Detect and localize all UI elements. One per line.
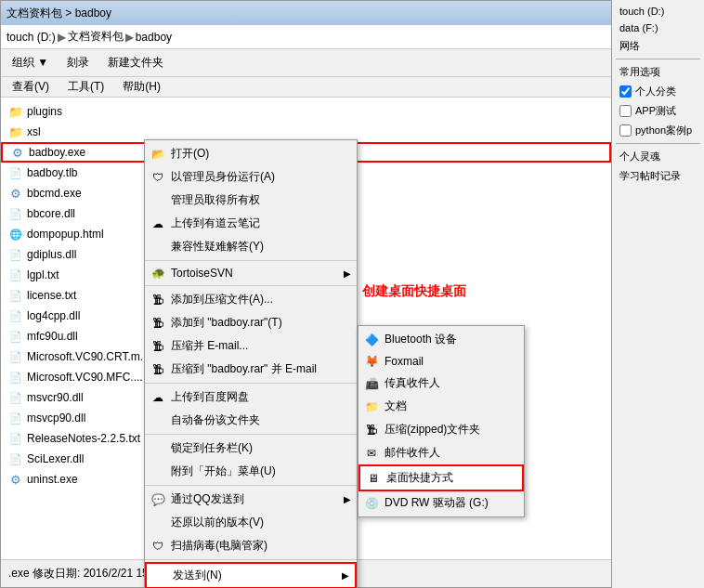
sub-label: 压缩(zipped)文件夹	[385, 422, 480, 438]
admin-icon: 🛡	[150, 170, 165, 185]
ctx-item-2[interactable]: 管理员取得所有权	[145, 189, 357, 212]
ctx-separator	[145, 260, 357, 261]
file-name: badboy.tlb	[27, 166, 78, 179]
file-info: .exe 修改日期: 2016/2/21 15:42	[8, 566, 163, 581]
exe-icon	[10, 145, 25, 160]
cb-personal[interactable]	[619, 85, 632, 98]
personal-soul[interactable]: 个人灵魂	[616, 148, 700, 165]
checkbox-personal[interactable]: 个人分类	[616, 83, 700, 100]
ctx-item-10[interactable]: 🗜压缩并 E-mail...	[145, 334, 357, 358]
open-icon: 📂	[150, 147, 165, 162]
ctx-label: 锁定到任务栏(K)	[171, 440, 253, 456]
ctx-item-1[interactable]: 🛡以管理员身份运行(A)	[145, 165, 357, 189]
ctx-item-21[interactable]: 🛡扫描病毒(电脑管家)	[145, 534, 357, 557]
ctx-item-11[interactable]: 🗜压缩到 "badboy.rar" 并 E-mail	[145, 358, 357, 381]
checkbox-app[interactable]: APP测试	[616, 102, 700, 120]
context-menu: 📂打开(O)🛡以管理员身份运行(A)管理员取得所有权☁上传到有道云笔记兼容性疑难…	[144, 139, 358, 588]
ctx-label: 兼容性疑难解答(Y)	[171, 239, 264, 255]
sub-item-4[interactable]: 🗜压缩(zipped)文件夹	[359, 418, 524, 441]
tools-menu[interactable]: 工具(T)	[62, 77, 110, 97]
file-icon	[8, 370, 23, 385]
sub-item-0[interactable]: 🔷Bluetooth 设备	[359, 328, 524, 351]
ctx-separator	[145, 383, 357, 384]
drive-touch[interactable]: touch (D:)	[616, 4, 700, 19]
ctx-label: 打开(O)	[171, 146, 209, 162]
ctx-label: 以管理员身份运行(A)	[171, 169, 275, 185]
breadcrumb: touch (D:) ▶ 文档资料包 ▶ badboy	[1, 25, 612, 49]
dvd-icon: 💿	[364, 496, 379, 511]
ctx-label: 还原以前的版本(V)	[171, 515, 264, 530]
view-menu[interactable]: 查看(V)	[7, 77, 55, 97]
qq-icon: 💬	[150, 492, 165, 507]
ctx-icon	[150, 464, 165, 479]
checkbox-python[interactable]: python案例p	[616, 122, 700, 139]
ctx-label: 添加到 "badboy.rar"(T)	[171, 315, 282, 331]
organize-button[interactable]: 组织 ▼	[7, 53, 54, 72]
file-name: badboy.exe	[29, 146, 85, 159]
ctx-item-17[interactable]: 附到「开始」菜单(U)	[145, 460, 357, 483]
file-icon	[8, 451, 23, 466]
sub-item-7[interactable]: 💿DVD RW 驱动器 (G:)	[359, 491, 524, 515]
sub-label: Bluetooth 设备	[385, 332, 457, 347]
sub-label: 桌面快捷方式	[386, 470, 453, 486]
file-name: ReleaseNotes-2.2.5.txt	[27, 432, 140, 445]
new-folder-button[interactable]: 新建文件夹	[102, 53, 169, 72]
sub-label: Foxmail	[385, 355, 424, 368]
ctx-label: 自动备份该文件夹	[171, 412, 260, 428]
learning-notes[interactable]: 学习帖时记录	[616, 167, 700, 185]
desktop-icon: 🖥	[366, 471, 381, 486]
ctx-item-19[interactable]: 💬通过QQ发送到▶	[145, 488, 357, 511]
file-icon	[8, 247, 23, 262]
bc-3[interactable]: badboy	[136, 31, 172, 44]
right-panel: touch (D:) data (F:) 网络 常用选项 个人分类 APP测试 …	[611, 0, 704, 588]
bc-sep1: ▶	[58, 31, 66, 44]
sub-item-1[interactable]: 🦊Foxmail	[359, 351, 524, 372]
ctx-item-20[interactable]: 还原以前的版本(V)	[145, 511, 357, 534]
ctx-item-9[interactable]: 🗜添加到 "badboy.rar"(T)	[145, 311, 357, 334]
ctx-item-23[interactable]: 发送到(N)▶	[145, 562, 357, 588]
file-name: log4cpp.dll	[27, 309, 80, 322]
sub-item-6[interactable]: 🖥桌面快捷方式	[359, 464, 524, 491]
file-name: lgpl.txt	[27, 268, 59, 281]
drive-data[interactable]: data (F:)	[616, 20, 700, 35]
html-icon	[8, 227, 23, 242]
bc-2[interactable]: 文档资料包	[68, 29, 124, 45]
ctx-item-6[interactable]: 🐢TortoiseSVN▶	[145, 263, 357, 283]
cb-python[interactable]	[619, 124, 632, 137]
zip-icon: 🗜	[150, 293, 165, 307]
file-name: SciLexer.dll	[27, 452, 84, 465]
docs-icon: 📁	[364, 399, 379, 414]
ctx-item-14[interactable]: 自动备份该文件夹	[145, 409, 357, 432]
sub-item-3[interactable]: 📁文档	[359, 395, 524, 418]
file-icon	[8, 431, 23, 446]
bc-sep2: ▶	[125, 31, 134, 44]
zip-icon: 🗜	[364, 423, 379, 438]
ctx-item-0[interactable]: 📂打开(O)	[145, 142, 357, 165]
file-icon	[8, 329, 23, 344]
file-item[interactable]: plugins	[1, 101, 611, 122]
file-name: bbcmd.exe	[27, 187, 82, 200]
fax-icon: 📠	[364, 376, 379, 391]
ctx-label: 扫描病毒(电脑管家)	[171, 538, 267, 554]
file-icon	[8, 411, 23, 425]
sub-item-5[interactable]: ✉邮件收件人	[359, 441, 524, 464]
ctx-item-3[interactable]: ☁上传到有道云笔记	[145, 212, 357, 235]
ctx-separator	[145, 434, 357, 435]
network-item[interactable]: 网络	[616, 37, 700, 55]
burn-button[interactable]: 刻录	[61, 53, 95, 72]
ctx-item-4[interactable]: 兼容性疑难解答(Y)	[145, 235, 357, 258]
file-icon	[8, 308, 23, 323]
help-menu[interactable]: 帮助(H)	[117, 77, 166, 97]
bc-1[interactable]: touch (D:)	[7, 31, 56, 44]
sub-item-2[interactable]: 📠传真收件人	[359, 372, 524, 395]
ctx-item-8[interactable]: 🗜添加到压缩文件(A)...	[145, 288, 357, 311]
file-icon	[8, 165, 23, 180]
ctx-label: 发送到(N)	[173, 568, 222, 583]
ctx-item-13[interactable]: ☁上传到百度网盘	[145, 385, 357, 409]
file-name: dompopup.html	[27, 228, 104, 241]
ctx-icon	[150, 413, 165, 428]
file-name: gdiplus.dll	[27, 248, 76, 261]
ctx-label: TortoiseSVN	[171, 267, 233, 280]
ctx-item-16[interactable]: 锁定到任务栏(K)	[145, 437, 357, 460]
cb-app[interactable]	[619, 105, 632, 117]
